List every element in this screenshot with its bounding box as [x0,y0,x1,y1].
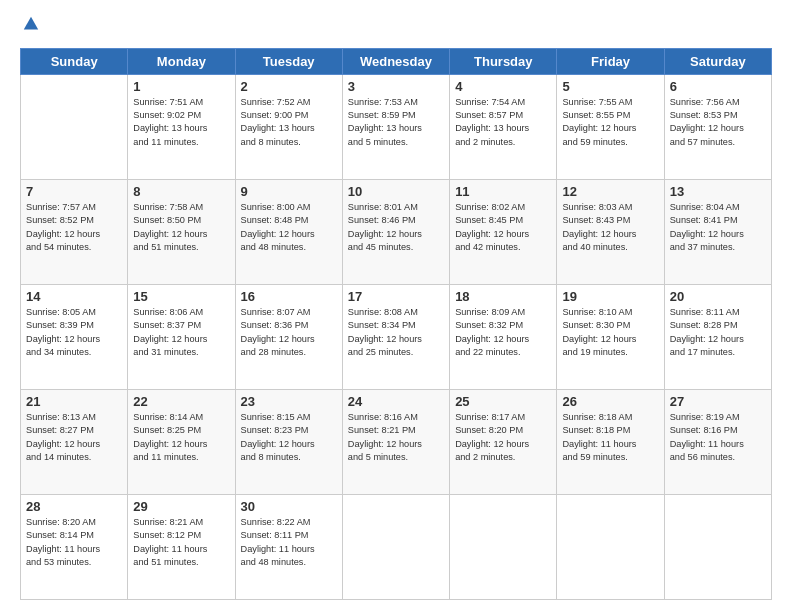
day-info: Sunrise: 8:08 AMSunset: 8:34 PMDaylight:… [348,306,444,359]
calendar-cell: 11Sunrise: 8:02 AMSunset: 8:45 PMDayligh… [450,179,557,284]
calendar-cell: 24Sunrise: 8:16 AMSunset: 8:21 PMDayligh… [342,389,449,494]
week-row-5: 28Sunrise: 8:20 AMSunset: 8:14 PMDayligh… [21,494,772,599]
day-info: Sunrise: 7:55 AMSunset: 8:55 PMDaylight:… [562,96,658,149]
day-number: 6 [670,79,766,94]
day-number: 11 [455,184,551,199]
day-of-week-saturday: Saturday [664,48,771,74]
calendar-cell: 14Sunrise: 8:05 AMSunset: 8:39 PMDayligh… [21,284,128,389]
day-info: Sunrise: 8:06 AMSunset: 8:37 PMDaylight:… [133,306,229,359]
day-of-week-sunday: Sunday [21,48,128,74]
day-info: Sunrise: 8:20 AMSunset: 8:14 PMDaylight:… [26,516,122,569]
calendar-cell: 17Sunrise: 8:08 AMSunset: 8:34 PMDayligh… [342,284,449,389]
day-number: 13 [670,184,766,199]
day-number: 15 [133,289,229,304]
calendar: SundayMondayTuesdayWednesdayThursdayFrid… [20,48,772,600]
day-info: Sunrise: 7:57 AMSunset: 8:52 PMDaylight:… [26,201,122,254]
day-number: 24 [348,394,444,409]
week-row-3: 14Sunrise: 8:05 AMSunset: 8:39 PMDayligh… [21,284,772,389]
week-row-4: 21Sunrise: 8:13 AMSunset: 8:27 PMDayligh… [21,389,772,494]
day-info: Sunrise: 8:02 AMSunset: 8:45 PMDaylight:… [455,201,551,254]
day-number: 17 [348,289,444,304]
day-info: Sunrise: 8:15 AMSunset: 8:23 PMDaylight:… [241,411,337,464]
day-number: 20 [670,289,766,304]
calendar-cell [21,74,128,179]
day-info: Sunrise: 7:54 AMSunset: 8:57 PMDaylight:… [455,96,551,149]
calendar-cell: 13Sunrise: 8:04 AMSunset: 8:41 PMDayligh… [664,179,771,284]
day-number: 5 [562,79,658,94]
day-info: Sunrise: 8:17 AMSunset: 8:20 PMDaylight:… [455,411,551,464]
day-number: 25 [455,394,551,409]
calendar-cell: 22Sunrise: 8:14 AMSunset: 8:25 PMDayligh… [128,389,235,494]
day-of-week-friday: Friday [557,48,664,74]
day-number: 30 [241,499,337,514]
day-of-week-wednesday: Wednesday [342,48,449,74]
day-number: 9 [241,184,337,199]
header-row: SundayMondayTuesdayWednesdayThursdayFrid… [21,48,772,74]
day-number: 26 [562,394,658,409]
day-number: 7 [26,184,122,199]
calendar-cell: 6Sunrise: 7:56 AMSunset: 8:53 PMDaylight… [664,74,771,179]
day-info: Sunrise: 7:51 AMSunset: 9:02 PMDaylight:… [133,96,229,149]
day-number: 19 [562,289,658,304]
day-of-week-tuesday: Tuesday [235,48,342,74]
calendar-cell: 10Sunrise: 8:01 AMSunset: 8:46 PMDayligh… [342,179,449,284]
week-row-2: 7Sunrise: 7:57 AMSunset: 8:52 PMDaylight… [21,179,772,284]
day-number: 8 [133,184,229,199]
day-info: Sunrise: 8:00 AMSunset: 8:48 PMDaylight:… [241,201,337,254]
day-info: Sunrise: 8:07 AMSunset: 8:36 PMDaylight:… [241,306,337,359]
calendar-cell: 5Sunrise: 7:55 AMSunset: 8:55 PMDaylight… [557,74,664,179]
day-info: Sunrise: 7:56 AMSunset: 8:53 PMDaylight:… [670,96,766,149]
day-number: 28 [26,499,122,514]
day-info: Sunrise: 8:13 AMSunset: 8:27 PMDaylight:… [26,411,122,464]
page: SundayMondayTuesdayWednesdayThursdayFrid… [0,0,792,612]
day-info: Sunrise: 8:21 AMSunset: 8:12 PMDaylight:… [133,516,229,569]
day-info: Sunrise: 7:53 AMSunset: 8:59 PMDaylight:… [348,96,444,149]
day-number: 1 [133,79,229,94]
day-number: 12 [562,184,658,199]
day-number: 3 [348,79,444,94]
header [20,18,772,38]
day-info: Sunrise: 7:52 AMSunset: 9:00 PMDaylight:… [241,96,337,149]
calendar-cell: 2Sunrise: 7:52 AMSunset: 9:00 PMDaylight… [235,74,342,179]
day-info: Sunrise: 8:03 AMSunset: 8:43 PMDaylight:… [562,201,658,254]
day-number: 21 [26,394,122,409]
calendar-cell: 12Sunrise: 8:03 AMSunset: 8:43 PMDayligh… [557,179,664,284]
calendar-cell: 19Sunrise: 8:10 AMSunset: 8:30 PMDayligh… [557,284,664,389]
day-number: 4 [455,79,551,94]
calendar-cell: 27Sunrise: 8:19 AMSunset: 8:16 PMDayligh… [664,389,771,494]
calendar-cell: 25Sunrise: 8:17 AMSunset: 8:20 PMDayligh… [450,389,557,494]
calendar-cell: 20Sunrise: 8:11 AMSunset: 8:28 PMDayligh… [664,284,771,389]
calendar-cell: 3Sunrise: 7:53 AMSunset: 8:59 PMDaylight… [342,74,449,179]
calendar-cell: 26Sunrise: 8:18 AMSunset: 8:18 PMDayligh… [557,389,664,494]
day-number: 29 [133,499,229,514]
day-number: 2 [241,79,337,94]
week-row-1: 1Sunrise: 7:51 AMSunset: 9:02 PMDaylight… [21,74,772,179]
day-info: Sunrise: 8:10 AMSunset: 8:30 PMDaylight:… [562,306,658,359]
day-info: Sunrise: 8:11 AMSunset: 8:28 PMDaylight:… [670,306,766,359]
calendar-cell: 4Sunrise: 7:54 AMSunset: 8:57 PMDaylight… [450,74,557,179]
day-of-week-thursday: Thursday [450,48,557,74]
day-info: Sunrise: 8:16 AMSunset: 8:21 PMDaylight:… [348,411,444,464]
day-info: Sunrise: 8:01 AMSunset: 8:46 PMDaylight:… [348,201,444,254]
calendar-cell [342,494,449,599]
day-number: 18 [455,289,551,304]
calendar-cell: 28Sunrise: 8:20 AMSunset: 8:14 PMDayligh… [21,494,128,599]
calendar-cell: 29Sunrise: 8:21 AMSunset: 8:12 PMDayligh… [128,494,235,599]
calendar-cell [664,494,771,599]
calendar-cell: 1Sunrise: 7:51 AMSunset: 9:02 PMDaylight… [128,74,235,179]
calendar-cell [450,494,557,599]
day-info: Sunrise: 8:14 AMSunset: 8:25 PMDaylight:… [133,411,229,464]
day-number: 16 [241,289,337,304]
day-info: Sunrise: 8:22 AMSunset: 8:11 PMDaylight:… [241,516,337,569]
day-number: 14 [26,289,122,304]
calendar-cell [557,494,664,599]
calendar-cell: 7Sunrise: 7:57 AMSunset: 8:52 PMDaylight… [21,179,128,284]
calendar-cell: 30Sunrise: 8:22 AMSunset: 8:11 PMDayligh… [235,494,342,599]
calendar-cell: 21Sunrise: 8:13 AMSunset: 8:27 PMDayligh… [21,389,128,494]
day-number: 22 [133,394,229,409]
calendar-cell: 15Sunrise: 8:06 AMSunset: 8:37 PMDayligh… [128,284,235,389]
day-info: Sunrise: 8:18 AMSunset: 8:18 PMDaylight:… [562,411,658,464]
calendar-cell: 23Sunrise: 8:15 AMSunset: 8:23 PMDayligh… [235,389,342,494]
day-info: Sunrise: 8:04 AMSunset: 8:41 PMDaylight:… [670,201,766,254]
calendar-cell: 16Sunrise: 8:07 AMSunset: 8:36 PMDayligh… [235,284,342,389]
